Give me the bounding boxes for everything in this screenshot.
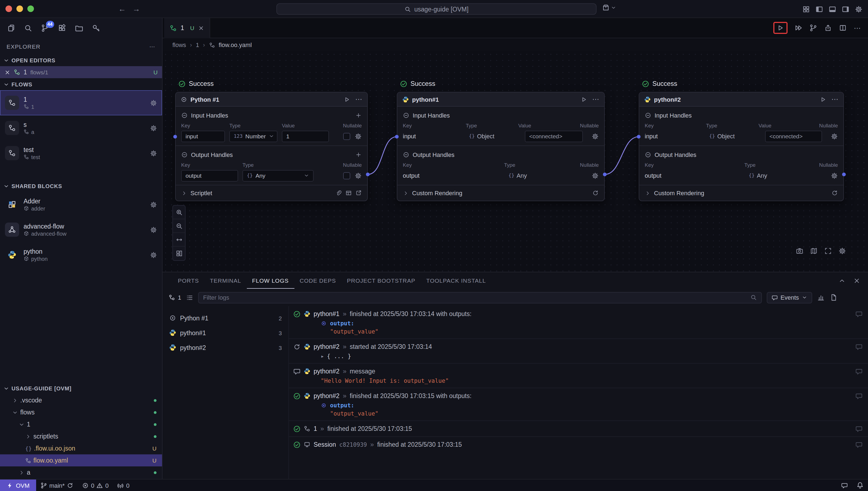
input-type-select[interactable]: 123 Number — [229, 131, 277, 142]
workspace-section-header[interactable]: USAGE-GUIDE [OVM] — [0, 382, 162, 394]
tree-item-a[interactable]: a — [0, 466, 162, 479]
collapse-section-icon[interactable] — [645, 151, 651, 158]
customize-layout-icon[interactable] — [802, 5, 810, 13]
tree-item-1[interactable]: 1 — [0, 418, 162, 430]
custom-rendering-section[interactable]: Custom Rendering — [639, 185, 843, 201]
node-more-button[interactable]: ⋯ — [355, 96, 362, 103]
explorer-more-actions-button[interactable]: ⋯ — [150, 43, 156, 50]
log-entry[interactable]: python#2 » finished at 2025/5/30 17:03:1… — [289, 388, 868, 421]
flow-node-python-1[interactable]: Python #1 ⋯ Input Handles Key Type Value… — [175, 92, 368, 201]
handle-settings-icon[interactable] — [592, 133, 599, 140]
open-external-icon[interactable] — [355, 190, 362, 196]
graph-button[interactable] — [809, 24, 817, 32]
node-run-button[interactable] — [581, 96, 587, 103]
comment-icon[interactable] — [856, 343, 863, 350]
attachment-icon[interactable] — [335, 190, 342, 196]
comment-icon[interactable] — [856, 311, 863, 318]
source-control-view-button[interactable]: 44 — [39, 23, 50, 34]
fullscreen-icon[interactable] — [824, 247, 832, 255]
problems-item[interactable]: 0 0 — [78, 480, 113, 491]
flow-canvas[interactable]: Success Success Success Python #1 ⋯ Inpu… — [163, 51, 868, 272]
comment-icon[interactable] — [856, 368, 863, 375]
scriptlet-section[interactable]: Scriptlet — [176, 185, 367, 201]
tab-flow-1[interactable]: 1 U — [164, 18, 210, 38]
folder-view-button[interactable] — [73, 23, 84, 34]
close-panel-icon[interactable] — [853, 277, 860, 284]
tree-item-flow-ui-json[interactable]: {} .flow.ui.oo.json U — [0, 442, 162, 454]
extensions-view-button[interactable] — [56, 23, 67, 34]
breadcrumb-file[interactable]: flow.oo.yaml — [219, 41, 252, 48]
shared-block-advanced-flow[interactable]: advanced-flow advanced-flow — [0, 217, 162, 242]
maximize-panel-icon[interactable] — [838, 277, 846, 284]
shared-block-adder[interactable]: Adder adder — [0, 192, 162, 217]
table-icon[interactable] — [345, 190, 352, 196]
log-entry[interactable]: python#2 » message "Hello World! Input i… — [289, 363, 868, 388]
comment-icon[interactable] — [856, 441, 863, 449]
filter-logs-input[interactable] — [203, 294, 750, 301]
shared-blocks-header[interactable]: SHARED BLOCKS — [0, 180, 162, 192]
comment-icon[interactable] — [856, 393, 863, 400]
zoom-out-button[interactable] — [173, 219, 185, 233]
toggle-panel-icon[interactable] — [829, 5, 836, 13]
handle-settings-icon[interactable] — [831, 172, 838, 179]
log-entry[interactable]: python#2 » started at 2025/5/30 17:03:14… — [289, 339, 868, 363]
flow-list-item-s[interactable]: s a — [0, 115, 162, 141]
log-list-view-icon[interactable] — [186, 294, 193, 301]
collapse-section-icon[interactable] — [403, 112, 409, 119]
collapse-section-icon[interactable] — [645, 112, 651, 119]
flow-list-item-test[interactable]: test test — [0, 141, 162, 166]
flow-settings-icon[interactable] — [150, 149, 157, 157]
node-run-button[interactable] — [820, 96, 826, 103]
maximize-window-button[interactable] — [27, 5, 34, 12]
flows-section-header[interactable]: FLOWS — [0, 78, 162, 90]
handle-settings-icon[interactable] — [355, 133, 362, 140]
flow-node-python1[interactable]: python#1 ⋯ Input Handles Key Type Value … — [397, 92, 605, 201]
deploy-menu-button[interactable] — [602, 4, 616, 11]
refresh-icon[interactable] — [592, 190, 599, 196]
handle-settings-icon[interactable] — [592, 172, 599, 179]
close-window-button[interactable] — [5, 5, 12, 12]
node-more-button[interactable]: ⋯ — [592, 96, 599, 103]
search-view-button[interactable] — [22, 23, 33, 34]
log-entry[interactable]: Session c8210939 » finished at 2025/5/30… — [289, 436, 868, 452]
breadcrumb-folder[interactable]: flows — [172, 41, 186, 48]
log-entry[interactable]: python#1 » finished at 2025/5/30 17:03:1… — [289, 306, 868, 339]
breadcrumb-sub[interactable]: 1 — [196, 41, 199, 48]
input-value-field[interactable] — [282, 131, 329, 142]
shared-block-python[interactable]: python python — [0, 242, 162, 267]
collapse-section-icon[interactable] — [403, 151, 409, 158]
log-entry[interactable]: 1 » finished at 2025/5/30 17:03:15 — [289, 421, 868, 436]
node-run-button[interactable] — [344, 96, 350, 103]
flow-settings-icon[interactable] — [150, 124, 157, 132]
settings-gear-icon[interactable] — [855, 5, 863, 13]
tree-item-vscode[interactable]: .vscode — [0, 394, 162, 406]
run-all-button[interactable] — [795, 24, 802, 32]
toggle-sidebar-left-icon[interactable] — [815, 5, 823, 13]
tree-item-flow-yaml[interactable]: flow.oo.yaml U — [0, 454, 162, 466]
flow-list-item-1[interactable]: 1 1 — [0, 90, 162, 115]
refresh-icon[interactable] — [831, 190, 838, 196]
tab-terminal[interactable]: TERMINAL — [205, 272, 247, 289]
add-handle-button[interactable] — [355, 151, 362, 158]
export-button[interactable] — [824, 24, 832, 32]
toggle-sidebar-right-icon[interactable] — [842, 5, 849, 13]
block-settings-icon[interactable] — [150, 201, 157, 208]
add-handle-button[interactable] — [355, 112, 362, 119]
close-editor-icon[interactable] — [4, 69, 10, 75]
navigate-forward-button[interactable]: → — [132, 4, 140, 13]
log-node-item-python-1[interactable]: Python #1 2 — [163, 311, 289, 325]
git-branch-item[interactable]: main* — [36, 480, 78, 491]
node-more-button[interactable]: ⋯ — [831, 96, 838, 103]
output-type-select[interactable]: {} Any — [242, 170, 314, 181]
handle-settings-icon[interactable] — [355, 172, 362, 179]
export-log-icon[interactable] — [830, 294, 837, 301]
comment-icon[interactable] — [856, 425, 863, 433]
ovm-status-item[interactable]: OVM — [0, 480, 36, 491]
flow-node-python2[interactable]: python#2 ⋯ Input Handles Key Type Value … — [639, 92, 844, 201]
open-editors-header[interactable]: OPEN EDITORS — [0, 54, 162, 66]
split-editor-button[interactable] — [839, 24, 847, 32]
run-flow-button[interactable] — [777, 24, 784, 32]
events-dropdown[interactable]: Events — [767, 292, 812, 303]
command-center-search[interactable]: usage-guide [OVM] — [276, 3, 597, 15]
connected-value-field[interactable]: <connected> — [765, 131, 822, 142]
